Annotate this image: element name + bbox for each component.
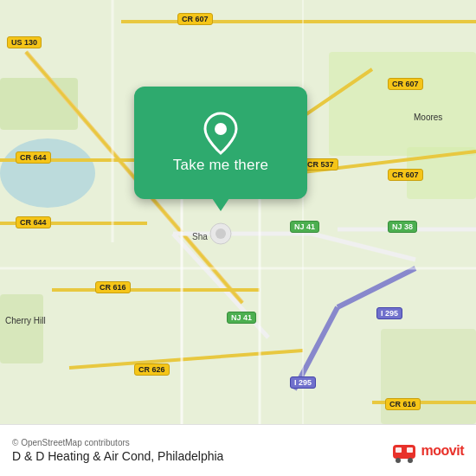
svg-line-21	[69, 351, 303, 368]
map-container: CR 607 US 130 CR 607 CR 607 CR 537 CR 64…	[0, 0, 476, 424]
svg-point-0	[0, 138, 95, 208]
badge-i295-right: I 295	[376, 307, 402, 319]
badge-nj41-bot: NJ 41	[227, 312, 256, 324]
svg-rect-1	[0, 78, 78, 130]
badge-sha: Sha	[192, 232, 208, 241]
badge-nj38: NJ 38	[388, 221, 417, 233]
attribution-text: © OpenStreetMap contributors	[12, 438, 223, 447]
svg-point-28	[215, 228, 226, 239]
svg-point-33	[396, 458, 401, 463]
badge-cr607-mid: CR 607	[388, 169, 423, 181]
badge-cherry-hill: Cherry Hill	[5, 316, 46, 325]
badge-cr626: CR 626	[134, 363, 170, 376]
badge-cr607-right: CR 607	[388, 78, 423, 90]
svg-line-12	[312, 234, 415, 260]
svg-rect-4	[0, 294, 43, 363]
popup-card: Take me there	[134, 87, 307, 199]
svg-rect-2	[329, 52, 476, 156]
badge-moores: Moores	[414, 113, 442, 122]
badge-cr537: CR 537	[303, 158, 338, 170]
map-roads	[0, 0, 476, 424]
badge-cr616-left: CR 616	[95, 281, 131, 293]
badge-cr644-top: CR 644	[16, 151, 51, 164]
svg-point-29	[215, 123, 227, 135]
badge-us130: US 130	[7, 36, 42, 48]
badge-cr616-bot: CR 616	[385, 398, 421, 410]
svg-rect-32	[407, 447, 413, 453]
svg-point-34	[408, 458, 413, 463]
moovit-text: moovit	[421, 443, 464, 459]
badge-cr607-top: CR 607	[177, 13, 213, 25]
location-pin-icon	[202, 112, 240, 150]
bottom-left-info: © OpenStreetMap contributors D & D Heati…	[12, 438, 223, 463]
moovit-icon	[391, 438, 417, 464]
badge-cr644-bot: CR 644	[16, 216, 51, 228]
svg-line-15	[338, 268, 415, 307]
svg-rect-31	[396, 447, 402, 453]
place-name: D & D Heating & Air Cond, Philadelphia	[12, 449, 223, 463]
moovit-logo: moovit	[391, 438, 464, 464]
bottom-bar: © OpenStreetMap contributors D & D Heati…	[0, 424, 476, 476]
badge-i295-bot: I 295	[290, 376, 316, 389]
badge-nj41-top: NJ 41	[290, 221, 319, 233]
take-me-there-button[interactable]: Take me there	[173, 157, 268, 174]
